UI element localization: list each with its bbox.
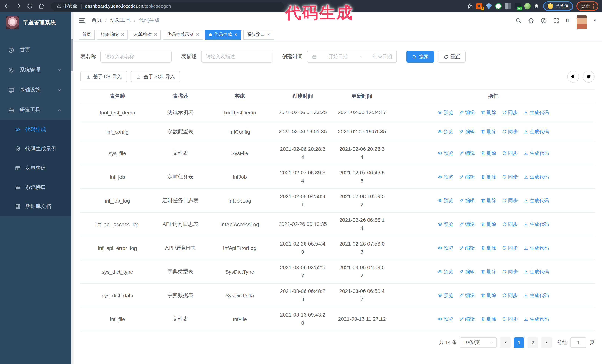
action-generate-link[interactable]: 生成代码 bbox=[523, 316, 549, 322]
breadcrumb-devtools[interactable]: 研发工具 bbox=[110, 17, 131, 24]
action-sync-link[interactable]: 同步 bbox=[502, 174, 518, 180]
action-preview-link[interactable]: 预览 bbox=[437, 197, 453, 204]
sidebar-item-2[interactable]: 基础设施 bbox=[0, 80, 73, 100]
action-preview-link[interactable]: 预览 bbox=[437, 174, 453, 180]
action-delete-link[interactable]: 删除 bbox=[480, 174, 496, 180]
search-button[interactable]: 搜索 bbox=[406, 51, 434, 62]
extension-green-icon[interactable] bbox=[524, 3, 530, 9]
sidebar-item-1[interactable]: 系统管理 bbox=[0, 60, 73, 80]
app-logo[interactable]: 芋道管理系统 bbox=[0, 12, 73, 33]
address-bar[interactable]: 不安全 dashboard.yudao.iocoder.cn/tool/code… bbox=[51, 2, 284, 10]
action-edit-link[interactable]: 编辑 bbox=[459, 174, 475, 180]
action-delete-link[interactable]: 删除 bbox=[480, 109, 496, 116]
action-sync-link[interactable]: 同步 bbox=[502, 197, 518, 204]
action-delete-link[interactable]: 删除 bbox=[480, 128, 496, 135]
action-preview-link[interactable]: 预览 bbox=[437, 150, 453, 156]
action-generate-link[interactable]: 生成代码 bbox=[523, 292, 549, 299]
browser-menu-icon[interactable] bbox=[593, 4, 594, 9]
action-delete-link[interactable]: 删除 bbox=[480, 221, 496, 228]
help-icon[interactable] bbox=[540, 17, 547, 23]
import-db-button[interactable]: 基于 DB 导入 bbox=[80, 71, 127, 82]
action-sync-link[interactable]: 同步 bbox=[502, 221, 518, 228]
action-generate-link[interactable]: 生成代码 bbox=[523, 174, 549, 180]
breadcrumb-home[interactable]: 首页 bbox=[92, 17, 102, 24]
font-size-icon[interactable]: tT bbox=[566, 17, 570, 23]
action-preview-link[interactable]: 预览 bbox=[437, 292, 453, 299]
reset-button[interactable]: 重置 bbox=[438, 51, 466, 62]
extension-gem-icon[interactable] bbox=[486, 3, 492, 9]
page-button-1[interactable]: 1 bbox=[514, 337, 524, 348]
user-avatar[interactable] bbox=[577, 15, 587, 29]
prev-page-button[interactable] bbox=[500, 337, 510, 348]
action-preview-link[interactable]: 预览 bbox=[437, 128, 453, 135]
sidebar-scrollbar[interactable] bbox=[71, 12, 73, 364]
tab-5[interactable]: 系统接口✕ bbox=[243, 30, 274, 40]
action-edit-link[interactable]: 编辑 bbox=[459, 128, 475, 135]
extension-v-icon[interactable] bbox=[495, 3, 502, 9]
action-generate-link[interactable]: 生成代码 bbox=[523, 197, 549, 204]
action-preview-link[interactable]: 预览 bbox=[437, 245, 453, 251]
fullscreen-icon[interactable] bbox=[553, 17, 559, 23]
extension-orange-icon[interactable]: 1 bbox=[476, 3, 482, 9]
action-delete-link[interactable]: 删除 bbox=[480, 292, 496, 299]
avatar-caret-icon[interactable]: ▼ bbox=[593, 19, 596, 22]
action-sync-link[interactable]: 同步 bbox=[502, 128, 518, 135]
action-edit-link[interactable]: 编辑 bbox=[459, 221, 475, 228]
action-preview-link[interactable]: 预览 bbox=[437, 316, 453, 322]
action-edit-link[interactable]: 编辑 bbox=[459, 109, 475, 116]
tab-1[interactable]: 链路追踪✕ bbox=[97, 30, 128, 40]
extensions-puzzle-icon[interactable] bbox=[534, 3, 540, 9]
table-desc-input[interactable]: 请输入表描述 bbox=[201, 51, 272, 62]
date-range-picker[interactable]: 开始日期 - 结束日期 bbox=[307, 51, 397, 62]
action-edit-link[interactable]: 编辑 bbox=[459, 268, 475, 275]
action-sync-link[interactable]: 同步 bbox=[502, 150, 518, 156]
action-generate-link[interactable]: 生成代码 bbox=[523, 268, 549, 275]
submenu-item-2[interactable]: 表单构建 bbox=[0, 158, 73, 178]
extension-dark-icon[interactable]: on bbox=[515, 3, 521, 9]
sidebar-item-0[interactable]: 首页 bbox=[0, 40, 73, 60]
scrollbar-thumb[interactable] bbox=[71, 39, 73, 72]
action-generate-link[interactable]: 生成代码 bbox=[523, 245, 549, 251]
tab-0[interactable]: 首页 bbox=[78, 30, 95, 40]
action-preview-link[interactable]: 预览 bbox=[437, 109, 453, 116]
refresh-table-button[interactable] bbox=[583, 71, 595, 83]
close-icon[interactable]: ✕ bbox=[196, 32, 199, 37]
submenu-item-4[interactable]: 数据库文档 bbox=[0, 197, 73, 216]
action-sync-link[interactable]: 同步 bbox=[502, 292, 518, 299]
submenu-item-1[interactable]: 代码生成示例 bbox=[0, 139, 73, 158]
header-search-icon[interactable] bbox=[515, 17, 522, 23]
tab-4[interactable]: 代码生成✕ bbox=[205, 30, 241, 40]
extension-sliders-icon[interactable] bbox=[505, 3, 511, 9]
hamburger-icon[interactable] bbox=[78, 17, 86, 24]
bookmark-star-icon[interactable] bbox=[467, 3, 473, 9]
import-sql-button[interactable]: 基于 SQL 导入 bbox=[131, 71, 181, 82]
action-generate-link[interactable]: 生成代码 bbox=[523, 150, 549, 156]
action-edit-link[interactable]: 编辑 bbox=[459, 245, 475, 251]
home-icon[interactable] bbox=[38, 3, 44, 9]
page-size-select[interactable]: 10条/页 bbox=[460, 337, 497, 348]
profile-paused-badge[interactable]: 已暂停 bbox=[543, 1, 573, 11]
submenu-item-3[interactable]: 系统接口 bbox=[0, 178, 73, 197]
action-delete-link[interactable]: 删除 bbox=[480, 150, 496, 156]
tab-2[interactable]: 表单构建✕ bbox=[130, 30, 161, 40]
close-icon[interactable]: ✕ bbox=[121, 32, 124, 37]
goto-page-input[interactable]: 1 bbox=[570, 337, 586, 348]
back-icon[interactable] bbox=[4, 3, 10, 9]
action-delete-link[interactable]: 删除 bbox=[480, 197, 496, 204]
action-edit-link[interactable]: 编辑 bbox=[459, 292, 475, 299]
close-icon[interactable]: ✕ bbox=[234, 32, 237, 37]
action-edit-link[interactable]: 编辑 bbox=[459, 316, 475, 322]
github-icon[interactable] bbox=[528, 17, 534, 23]
browser-update-button[interactable]: 更新 bbox=[576, 1, 598, 11]
action-preview-link[interactable]: 预览 bbox=[437, 268, 453, 275]
table-name-input[interactable]: 请输入表名称 bbox=[100, 51, 172, 62]
sidebar-item-3[interactable]: 研发工具 bbox=[0, 100, 73, 120]
action-preview-link[interactable]: 预览 bbox=[437, 221, 453, 228]
action-edit-link[interactable]: 编辑 bbox=[459, 150, 475, 156]
tab-3[interactable]: 代码生成示例✕ bbox=[163, 30, 203, 40]
action-sync-link[interactable]: 同步 bbox=[502, 316, 518, 322]
action-edit-link[interactable]: 编辑 bbox=[459, 197, 475, 204]
reload-icon[interactable] bbox=[27, 3, 33, 9]
close-icon[interactable]: ✕ bbox=[154, 32, 157, 37]
action-sync-link[interactable]: 同步 bbox=[502, 268, 518, 275]
